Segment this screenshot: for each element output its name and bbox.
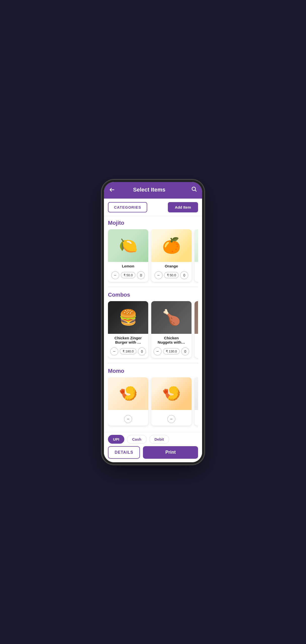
qty-czb: 0 bbox=[138, 347, 146, 355]
item-card-cnuggets: 🍗 ChickenNuggets with… − ₹ 130.0 0 bbox=[151, 301, 192, 358]
payment-tab-cash[interactable]: Cash bbox=[127, 435, 147, 444]
category-section-combos: Combos 🍔 Chicken ZingerBurger with … − ₹… bbox=[104, 288, 202, 362]
item-image-czb: 🍔 bbox=[108, 301, 148, 334]
item-image-lemon: 🍋 bbox=[108, 229, 148, 262]
item-name-momo1 bbox=[108, 410, 148, 413]
price-lemon: ₹ 50.0 bbox=[121, 272, 136, 278]
header: Select Items bbox=[104, 182, 202, 199]
item-name-lemon: Lemon bbox=[108, 262, 148, 269]
items-row-combos: 🍔 Chicken ZingerBurger with … − ₹ 180.0 … bbox=[108, 301, 198, 360]
minus-button-czb[interactable]: − bbox=[110, 347, 118, 355]
item-controls-czb2: − bbox=[195, 344, 198, 355]
item-image-cnuggets: 🍗 bbox=[151, 301, 192, 334]
page-title: Select Items bbox=[107, 187, 191, 193]
item-card-lemon: 🍋 Lemon − ₹ 50.0 0 bbox=[108, 229, 148, 282]
categories-button[interactable]: CATEGORIES bbox=[108, 202, 147, 212]
action-bar: CATEGORIES Add Item bbox=[104, 199, 202, 216]
category-title-combos: Combos bbox=[108, 292, 198, 298]
items-row-mojito: 🍋 Lemon − ₹ 50.0 0 🍊 Orange bbox=[108, 229, 198, 284]
item-card-orange: 🍊 Orange − ₹ 50.0 0 bbox=[151, 229, 192, 282]
item-controls-lemon: − ₹ 50.0 0 bbox=[108, 269, 148, 282]
minus-button-momo1[interactable]: − bbox=[124, 415, 132, 423]
item-card-czb: 🍔 Chicken ZingerBurger with … − ₹ 180.0 … bbox=[108, 301, 148, 358]
item-controls-orange: − ₹ 50.0 0 bbox=[151, 269, 192, 282]
bottom-bar: UPI Cash Debit DETAILS Print bbox=[104, 432, 202, 462]
item-card-momo1: 🍤 − bbox=[108, 377, 148, 426]
bottom-actions: DETAILS Print bbox=[108, 446, 198, 459]
item-controls-czb: − ₹ 180.0 0 bbox=[108, 345, 148, 358]
minus-button-cnuggets[interactable]: − bbox=[154, 347, 162, 355]
item-card-momo3: 🥟 bbox=[195, 377, 198, 426]
phone-shell: Select Items CATEGORIES Add Item Mojito … bbox=[104, 182, 202, 462]
item-card-momo2: 🍤 − bbox=[151, 377, 192, 426]
search-button[interactable] bbox=[191, 186, 197, 194]
item-name-momo3 bbox=[195, 410, 198, 413]
item-name-czb: Chicken ZingerBurger with … bbox=[108, 334, 148, 345]
item-card-coco: 🥥 Coco − ₹ 5 bbox=[195, 229, 198, 282]
qty-cnuggets: 0 bbox=[181, 347, 189, 355]
item-name-coco: Coco bbox=[195, 262, 198, 269]
item-name-cnuggets: ChickenNuggets with… bbox=[151, 334, 192, 345]
item-image-czb2: 🍕 bbox=[195, 301, 198, 334]
item-image-coco: 🥥 bbox=[195, 229, 198, 262]
payment-tab-debit[interactable]: Debit bbox=[149, 435, 169, 444]
category-section-momo: Momo 🍤 − 🍤 bbox=[104, 364, 202, 430]
item-controls-momo1: − bbox=[108, 413, 148, 426]
divider-2 bbox=[108, 363, 198, 363]
item-image-momo2: 🍤 bbox=[151, 377, 192, 410]
item-controls-momo2: − bbox=[151, 413, 192, 426]
item-name-orange: Orange bbox=[151, 262, 192, 269]
scroll-content: Mojito 🍋 Lemon − ₹ 50.0 0 bbox=[104, 216, 202, 462]
minus-button-lemon[interactable]: − bbox=[111, 271, 119, 279]
price-czb: ₹ 180.0 bbox=[120, 348, 136, 354]
print-button[interactable]: Print bbox=[143, 446, 198, 459]
minus-button-momo2[interactable]: − bbox=[167, 415, 175, 423]
item-name-momo2 bbox=[151, 410, 192, 413]
items-row-momo: 🍤 − 🍤 − bbox=[108, 377, 198, 428]
payment-tabs: UPI Cash Debit bbox=[108, 435, 198, 444]
category-title-momo: Momo bbox=[108, 368, 198, 374]
category-title-mojito: Mojito bbox=[108, 220, 198, 226]
qty-lemon: 0 bbox=[137, 271, 145, 279]
item-controls-coco: − ₹ 5 bbox=[195, 269, 198, 280]
item-card-czb2: 🍕 ChZinge… − bbox=[195, 301, 198, 358]
price-cnuggets: ₹ 130.0 bbox=[163, 348, 180, 354]
minus-button-orange[interactable]: − bbox=[155, 271, 163, 279]
qty-orange: 0 bbox=[180, 271, 188, 279]
category-section-mojito: Mojito 🍋 Lemon − ₹ 50.0 0 bbox=[104, 216, 202, 286]
item-image-momo3: 🥟 bbox=[195, 377, 198, 410]
item-name-czb2: ChZinge… bbox=[195, 334, 198, 344]
item-image-orange: 🍊 bbox=[151, 229, 192, 262]
add-item-button[interactable]: Add Item bbox=[168, 202, 198, 212]
search-icon bbox=[191, 186, 197, 192]
item-controls-cnuggets: − ₹ 130.0 0 bbox=[151, 345, 192, 358]
price-orange: ₹ 50.0 bbox=[164, 272, 179, 278]
details-button[interactable]: DETAILS bbox=[108, 446, 140, 459]
item-image-momo1: 🍤 bbox=[108, 377, 148, 410]
payment-tab-upi[interactable]: UPI bbox=[108, 435, 124, 444]
divider-1 bbox=[108, 287, 198, 287]
